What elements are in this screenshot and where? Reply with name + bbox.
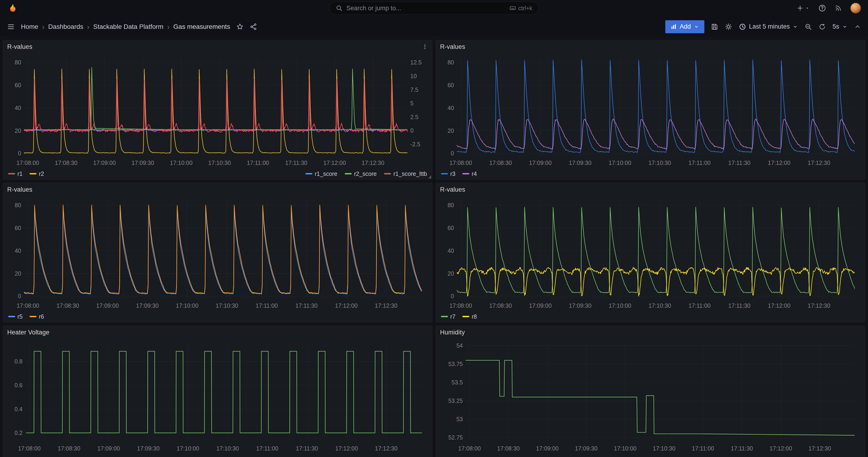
dashboard-settings-button[interactable] — [725, 23, 732, 30]
chart-svg[interactable]: 02040608017:08:0017:08:3017:09:0017:09:3… — [440, 52, 861, 168]
chart-svg[interactable]: 02040608017:08:0017:08:3017:09:0017:09:3… — [440, 194, 861, 311]
legend-item-r1[interactable]: r1 — [8, 171, 23, 177]
svg-text:40: 40 — [14, 105, 21, 111]
search-shortcut: ctrl+k — [509, 5, 532, 12]
svg-text:17:11:00: 17:11:00 — [688, 302, 711, 309]
grafana-logo[interactable] — [7, 3, 18, 13]
panel-header[interactable]: R-values — [440, 185, 861, 194]
panel-header[interactable]: R-values — [440, 42, 861, 52]
panel-legend: r7r8 — [440, 311, 861, 322]
legend-item-heatervoltage[interactable]: heatervoltage — [8, 456, 53, 457]
refresh-interval-select[interactable]: 5s — [832, 23, 847, 30]
svg-text:17:09:00: 17:09:00 — [97, 445, 120, 452]
svg-text:17:09:30: 17:09:30 — [575, 445, 597, 452]
dashboard-toolbar: Home › Dashboards › Stackable Data Platf… — [0, 16, 868, 37]
legend-item-humidity[interactable]: humidity — [441, 456, 472, 457]
svg-text:0: 0 — [410, 127, 413, 134]
legend-item-r3[interactable]: r3 — [441, 171, 455, 177]
chart-svg[interactable]: 52.755353.2553.553.755417:08:0017:08:301… — [440, 337, 861, 454]
svg-text:0: 0 — [451, 293, 454, 299]
help-button[interactable] — [818, 4, 826, 12]
chevron-down-icon — [805, 6, 810, 11]
breadcrumb-folder[interactable]: Stackable Data Platform — [93, 23, 163, 30]
time-range-picker[interactable]: Last 5 minutes — [739, 23, 798, 30]
dashboard-grid: R-values 020406080-2.502.557.51012.517:0… — [0, 37, 868, 457]
legend-swatch — [30, 316, 36, 317]
zoom-out-button[interactable] — [805, 23, 812, 30]
refresh-button[interactable] — [818, 23, 826, 30]
panel-title[interactable]: R-values — [440, 186, 465, 193]
chart-area[interactable]: 52.755353.2553.553.755417:08:0017:08:301… — [440, 337, 861, 454]
share-dashboard-button[interactable] — [250, 23, 257, 30]
svg-text:17:12:00: 17:12:00 — [323, 159, 346, 166]
chart-area[interactable]: 020406080-2.502.557.51012.517:08:0017:08… — [7, 52, 428, 168]
svg-text:52.75: 52.75 — [448, 434, 463, 441]
svg-text:60: 60 — [447, 82, 454, 88]
svg-text:0.2: 0.2 — [14, 430, 23, 436]
panel-title[interactable]: Heater Voltage — [7, 329, 49, 336]
chevron-up-icon — [854, 23, 861, 30]
chart-area[interactable]: 02040608017:08:0017:08:3017:09:0017:09:3… — [440, 194, 861, 311]
panel-header[interactable]: R-values — [7, 185, 428, 194]
star-dashboard-button[interactable] — [236, 23, 244, 30]
svg-text:17:08:00: 17:08:00 — [17, 302, 39, 309]
svg-text:17:11:00: 17:11:00 — [256, 445, 278, 452]
legend-item-r1_score[interactable]: r1_score — [305, 171, 337, 177]
add-button[interactable]: Add — [665, 20, 704, 33]
panel-title[interactable]: R-values — [7, 43, 32, 51]
legend-label: r8 — [472, 313, 477, 320]
panel-resize-handle[interactable] — [428, 175, 431, 178]
legend-label: r1 — [18, 171, 23, 177]
chart-svg[interactable]: 0.20.40.60.817:08:0017:08:3017:09:0017:0… — [7, 337, 428, 454]
panel-r-values-3: R-values 02040608017:08:0017:08:3017:09:… — [3, 183, 432, 322]
svg-text:53.25: 53.25 — [448, 397, 463, 404]
new-button[interactable] — [797, 4, 810, 12]
legend-left: r3r4 — [441, 171, 477, 177]
panel-title[interactable]: Humidity — [440, 329, 465, 336]
legend-item-r2[interactable]: r2 — [30, 171, 44, 177]
refresh-interval-label: 5s — [832, 23, 839, 30]
panel-title[interactable]: R-values — [440, 43, 465, 51]
legend-item-r6[interactable]: r6 — [30, 313, 44, 320]
panel-header[interactable]: Heater Voltage — [7, 328, 428, 337]
svg-text:17:10:30: 17:10:30 — [216, 302, 238, 309]
svg-text:17:11:00: 17:11:00 — [688, 159, 711, 166]
panel-menu-icon[interactable] — [422, 44, 428, 50]
keyboard-icon — [509, 5, 516, 11]
legend-item-r4[interactable]: r4 — [462, 171, 477, 177]
breadcrumb-home[interactable]: Home — [21, 23, 38, 30]
svg-text:17:10:30: 17:10:30 — [216, 445, 239, 452]
breadcrumb-dashboards[interactable]: Dashboards — [48, 23, 83, 30]
search-input[interactable]: Search or jump to... ctrl+k — [330, 2, 538, 14]
svg-text:17:12:30: 17:12:30 — [375, 445, 398, 452]
panel-humidity: Humidity 52.755353.2553.553.755417:08:00… — [436, 326, 865, 457]
legend-item-r2_score[interactable]: r2_score — [345, 171, 377, 177]
legend-item-r5[interactable]: r5 — [8, 313, 23, 320]
chart-area[interactable]: 0.20.40.60.817:08:0017:08:3017:09:0017:0… — [7, 337, 428, 454]
svg-text:17:08:30: 17:08:30 — [497, 445, 520, 452]
rss-icon — [835, 4, 842, 12]
svg-text:17:09:30: 17:09:30 — [137, 445, 159, 452]
legend-item-r8[interactable]: r8 — [462, 313, 477, 320]
nav-right: Add Last 5 minutes — [665, 20, 861, 33]
svg-text:0.8: 0.8 — [14, 358, 23, 365]
news-button[interactable] — [835, 4, 842, 12]
collapse-toolbar-button[interactable] — [854, 23, 861, 30]
chart-area[interactable]: 02040608017:08:0017:08:3017:09:0017:09:3… — [7, 194, 428, 311]
chart-area[interactable]: 02040608017:08:0017:08:3017:09:0017:09:3… — [440, 52, 861, 168]
profile-avatar[interactable] — [850, 3, 861, 13]
share-icon — [250, 23, 257, 30]
svg-text:17:09:00: 17:09:00 — [93, 159, 116, 166]
svg-text:17:12:30: 17:12:30 — [808, 445, 831, 452]
chart-svg[interactable]: 020406080-2.502.557.51012.517:08:0017:08… — [7, 52, 428, 168]
panel-header[interactable]: R-values — [7, 42, 428, 52]
legend-swatch — [441, 316, 448, 317]
legend-item-r1_score_lttb[interactable]: r1_score_lttb — [384, 171, 427, 177]
svg-text:5: 5 — [410, 100, 413, 106]
save-dashboard-button[interactable] — [711, 23, 718, 30]
mega-menu-toggle[interactable] — [7, 23, 15, 31]
chart-svg[interactable]: 02040608017:08:0017:08:3017:09:0017:09:3… — [7, 194, 428, 311]
legend-item-r7[interactable]: r7 — [441, 313, 455, 320]
panel-header[interactable]: Humidity — [440, 328, 861, 337]
panel-title[interactable]: R-values — [7, 186, 32, 193]
